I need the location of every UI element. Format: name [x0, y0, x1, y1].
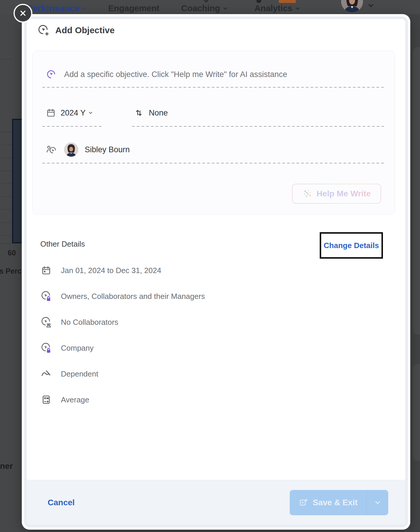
target-lock-icon: [40, 342, 52, 354]
detail-row-dates: Jan 01, 2024 to Dec 31, 2024: [40, 257, 161, 283]
nav-item-engagement[interactable]: Engagement: [108, 4, 159, 13]
background-chart-fragment: [12, 119, 22, 243]
ai-sparkle-icon: [302, 189, 312, 199]
nav-label: Performance: [27, 4, 79, 13]
date-range-icon: [40, 265, 52, 276]
background-right-strip: [410, 14, 420, 532]
detail-text: Jan 01, 2024 to Dec 31, 2024: [61, 266, 161, 275]
calculator-icon: [40, 394, 52, 405]
user-avatar[interactable]: [341, 0, 363, 12]
trend-line-icon: [40, 368, 52, 379]
nav-label: Analytics: [254, 4, 292, 13]
period-select[interactable]: 2024 Y: [46, 106, 93, 120]
objective-placeholder: Add a specific objective. Click "Help me…: [64, 70, 287, 79]
owner-avatar: [64, 143, 78, 157]
row-label-fragment: ner: [0, 461, 13, 471]
period-underline: [42, 126, 103, 127]
close-icon: [19, 9, 27, 17]
period-value: 2024 Y: [61, 108, 86, 118]
modal-title: Add Objective: [55, 25, 115, 35]
chevron-down-icon: [295, 6, 301, 11]
avatar-portrait: [64, 143, 78, 157]
modal-header: Add Objective: [37, 24, 115, 37]
axis-tick-fragment: 60: [8, 249, 16, 257]
sort-arrows-icon: [134, 108, 144, 118]
add-objective-modal: Add Objective Add a specific objective. …: [22, 14, 410, 530]
cancel-button[interactable]: Cancel: [48, 480, 75, 525]
modal-footer: Cancel Save & Exit: [27, 480, 405, 525]
change-details-link[interactable]: Change Details: [324, 241, 379, 250]
detail-row-rollup: Average: [40, 387, 89, 413]
close-button[interactable]: [14, 4, 32, 23]
chevron-down-icon: [81, 6, 87, 11]
priority-select[interactable]: None: [134, 106, 168, 120]
nav-label: Engagement: [108, 4, 159, 13]
priority-underline: [132, 126, 386, 127]
detail-text: Average: [61, 395, 89, 404]
objective-input[interactable]: Add a specific objective. Click "Help me…: [46, 69, 287, 80]
save-exit-label: Save & Exit: [313, 498, 358, 507]
objective-add-icon: [37, 24, 50, 37]
input-underline: [42, 87, 386, 88]
owner-select[interactable]: Sibley Bourn: [46, 142, 130, 157]
chevron-down-icon: [374, 499, 381, 506]
detail-text: No Collaborators: [61, 318, 118, 327]
detail-row-progress: Dependent: [40, 361, 98, 387]
detail-text: Company: [61, 344, 94, 353]
nav-label: Coaching: [181, 4, 220, 13]
chevron-down-icon: [222, 6, 228, 11]
priority-value: None: [149, 108, 168, 118]
target-people-icon: [40, 316, 52, 328]
save-options-button[interactable]: [366, 490, 388, 515]
detail-text: Owners, Collaborators and their Managers: [61, 292, 205, 301]
chevron-down-icon: [88, 110, 93, 116]
other-details-heading: Other Details: [40, 240, 85, 249]
nav-item-coaching[interactable]: Coaching: [181, 4, 228, 13]
avatar-portrait: [341, 0, 363, 12]
detail-row-collaborators: No Collaborators: [40, 309, 118, 335]
nav-item-analytics[interactable]: Analytics: [254, 4, 301, 13]
notification-badge: [279, 0, 296, 3]
detail-text: Dependent: [61, 369, 98, 379]
objective-target-icon: [46, 69, 56, 80]
owner-underline: [42, 163, 386, 163]
detail-row-visibility: Owners, Collaborators and their Managers: [40, 283, 205, 309]
save-exit-split-button: Save & Exit: [290, 490, 388, 515]
detail-row-company: Company: [40, 335, 94, 361]
target-lock-icon: [40, 290, 52, 302]
save-exit-button[interactable]: Save & Exit: [290, 490, 366, 515]
owner-name: Sibley Bourn: [85, 145, 130, 154]
help-me-write-label: Help Me Write: [316, 189, 371, 198]
chevron-down-icon[interactable]: [367, 2, 375, 9]
help-me-write-button[interactable]: Help Me Write: [292, 184, 381, 204]
objective-add-icon: [299, 498, 309, 508]
change-details-annotation-box: Change Details: [320, 232, 383, 259]
chevron-icon: [202, 0, 210, 5]
objective-card: Add a specific objective. Click "Help me…: [32, 51, 395, 215]
bell-icon[interactable]: [256, 0, 261, 3]
owner-target-icon: [46, 144, 58, 155]
top-nav: Performance Engagement Coaching Analytic…: [0, 0, 420, 14]
calendar-icon: [46, 108, 56, 118]
